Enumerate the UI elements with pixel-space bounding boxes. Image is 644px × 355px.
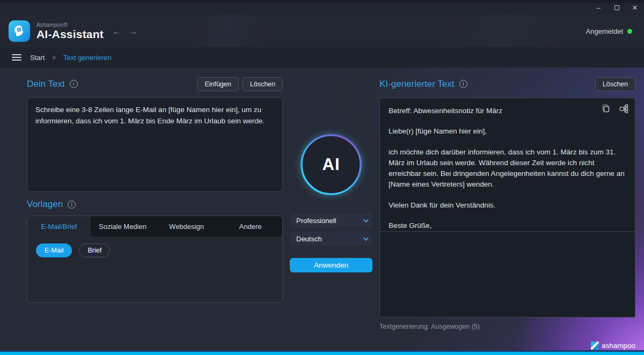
input-section-header: Dein Text i Einfügen Löschen — [27, 77, 283, 91]
copy-icon[interactable] — [601, 103, 611, 113]
output-secondary-area[interactable] — [380, 232, 635, 317]
brand-small-label: Ashampoo® — [36, 22, 104, 28]
output-toolbar — [601, 103, 628, 113]
account-status: Angemeldet — [586, 27, 632, 35]
language-select[interactable]: Deutsch — [290, 232, 372, 246]
style-select[interactable]: Professionell — [290, 213, 372, 227]
controls-column: AI Professionell Deutsch Anwenden — [290, 77, 372, 272]
output-panel: Betreff: Abwesenheitsnotiz für März Lieb… — [379, 98, 635, 317]
titlebar: – ✕ — [0, 0, 644, 15]
info-icon[interactable]: i — [68, 201, 76, 209]
send-to-module-icon[interactable] — [619, 103, 628, 113]
breadcrumb-current[interactable]: Text generieren — [63, 54, 112, 62]
close-button[interactable]: ✕ — [626, 0, 644, 15]
output-paragraph: ich möchte dich darüber informieren, das… — [389, 147, 626, 190]
info-icon[interactable]: i — [459, 80, 467, 88]
output-paragraph: Liebe(r) [füge Namen hier ein], — [389, 126, 626, 137]
window-controls: – ✕ — [589, 0, 644, 15]
ashampoo-logo-text: ashampoo — [602, 342, 635, 350]
templates-tabbar: E-Mail/Brief Soziale Medien Webdesign An… — [27, 216, 282, 236]
tab-soziale-medien[interactable]: Soziale Medien — [91, 216, 155, 236]
ai-emblem: AI — [298, 131, 364, 198]
output-actions: Löschen — [595, 77, 635, 91]
clear-input-button[interactable]: Löschen — [243, 77, 283, 91]
apply-button[interactable]: Anwenden — [290, 258, 372, 272]
chip-email[interactable]: E-Mail — [36, 243, 72, 257]
output-paragraph: Vielen Dank für dein Verständnis. — [389, 200, 626, 211]
menu-icon[interactable] — [12, 54, 21, 61]
brand: Ashampoo® AI-Assistant — [36, 22, 104, 41]
generated-text-area[interactable]: Betreff: Abwesenheitsnotiz für März Lieb… — [380, 98, 635, 232]
back-arrow-icon[interactable]: ← — [112, 27, 121, 36]
app-logo — [9, 20, 30, 42]
style-select-value: Professionell — [296, 217, 336, 225]
maximize-icon — [614, 5, 619, 10]
chip-brief[interactable]: Brief — [79, 243, 110, 257]
minimize-button[interactable]: – — [589, 0, 608, 15]
template-chips: E-Mail Brief — [27, 236, 282, 264]
output-paragraph: Beste Grüße, — [389, 220, 626, 231]
output-title: KI-generierter Text — [379, 79, 455, 90]
head-chip-icon — [11, 23, 27, 39]
breadcrumb-start[interactable]: Start — [30, 54, 45, 62]
forward-arrow-icon[interactable]: → — [129, 27, 138, 36]
templates-panel: E-Mail/Brief Soziale Medien Webdesign An… — [27, 216, 283, 303]
paste-button[interactable]: Einfügen — [197, 77, 238, 91]
input-title: Dein Text — [27, 79, 65, 90]
breadcrumb-bar: Start > Text generieren — [0, 47, 644, 68]
templates-title: Vorlagen — [27, 199, 63, 210]
ashampoo-mark-icon — [591, 342, 599, 350]
language-select-value: Deutsch — [296, 235, 322, 243]
output-paragraph: Betreff: Abwesenheitsnotiz für März — [389, 106, 626, 116]
output-column: KI-generierter Text i Löschen — [379, 77, 635, 330]
login-status-label: Angemeldet — [586, 27, 623, 35]
maximize-button[interactable] — [608, 0, 626, 15]
clear-output-button[interactable]: Löschen — [595, 77, 635, 91]
breadcrumb-separator-icon: > — [52, 54, 55, 61]
input-actions: Einfügen Löschen — [197, 77, 283, 91]
tab-andere[interactable]: Andere — [218, 216, 282, 236]
generation-status: Textgenerierung: Ausgewogen (5) — [379, 323, 635, 330]
ai-emblem-label: AI — [298, 131, 364, 198]
chevron-down-icon — [363, 217, 369, 223]
output-section-header: KI-generierter Text i Löschen — [379, 77, 635, 91]
history-navigation: ← → — [112, 27, 138, 36]
tab-webdesign[interactable]: Webdesign — [155, 216, 218, 236]
app-header: Ashampoo® AI-Assistant ← → Angemeldet — [0, 15, 644, 47]
app-window: – ✕ Ashampoo® AI-Assistant ← → Angemelde… — [0, 0, 644, 355]
info-icon[interactable]: i — [70, 80, 78, 88]
bottom-accent-bar — [0, 350, 644, 355]
prompt-input[interactable]: Schreibe eine 3-8 Zeilen lange E-Mail an… — [27, 97, 283, 192]
app-title: AI-Assistant — [36, 28, 104, 40]
chevron-down-icon — [363, 235, 369, 241]
ashampoo-logo: ashampoo — [591, 342, 635, 350]
tab-email-brief[interactable]: E-Mail/Brief — [27, 216, 91, 236]
online-status-icon — [627, 29, 632, 34]
templates-section-header: Vorlagen i — [27, 199, 283, 210]
input-column: Dein Text i Einfügen Löschen Schreibe ei… — [27, 77, 283, 303]
